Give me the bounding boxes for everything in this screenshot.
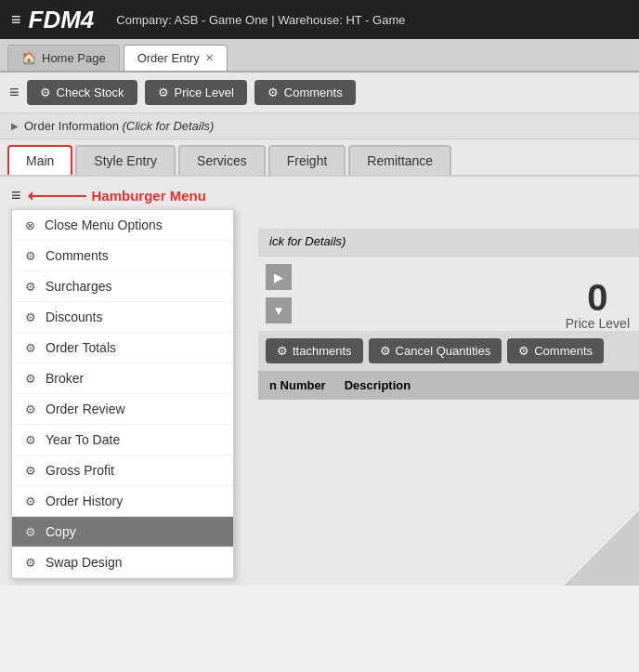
right-comments-button[interactable]: ⚙ Comments [507, 338, 604, 363]
tab-freight[interactable]: Freight [268, 145, 346, 175]
col-number-header: n Number [269, 378, 326, 392]
tab-remittance[interactable]: Remittance [348, 145, 451, 175]
menu-item-order-history-label: Order History [46, 494, 123, 508]
menu-item-swap-design[interactable]: ⚙ Swap Design [12, 547, 233, 578]
price-level-button[interactable]: ⚙ Price Level [145, 80, 247, 105]
menu-item-surcharges-label: Surcharges [46, 279, 112, 294]
tab-homepage-label: Home Page [42, 51, 106, 65]
arrow-line [31, 195, 86, 197]
comments-button[interactable]: ⚙ Comments [254, 80, 356, 105]
order-history-menu-gear-icon: ⚙ [25, 494, 36, 508]
menu-item-discounts[interactable]: ⚙ Discounts [12, 302, 233, 333]
tab-services[interactable]: Services [178, 145, 266, 175]
close-menu-icon: ⊗ [25, 218, 35, 232]
menu-item-copy-label: Copy [46, 524, 76, 539]
tab-style-entry-label: Style Entry [94, 153, 157, 168]
menu-item-comments-label: Comments [46, 248, 109, 263]
content-area: ≡ Hamburger Menu ⊗ Close Menu Options ⚙ … [0, 177, 639, 586]
action-buttons-bar: ⚙ ttachments ⚙ Cancel Quantities ⚙ Comme… [258, 331, 639, 371]
menu-item-gross-profit-label: Gross Profit [46, 463, 114, 478]
menu-item-discounts-label: Discounts [46, 310, 102, 324]
copy-menu-gear-icon: ⚙ [25, 525, 36, 539]
comments-label: Comments [284, 86, 343, 99]
menu-item-comments[interactable]: ⚙ Comments [12, 241, 233, 271]
tab-homepage[interactable]: 🏠 Home Page [7, 45, 120, 71]
menu-item-year-to-date-label: Year To Date [46, 432, 120, 447]
tab-services-label: Services [197, 153, 247, 168]
menu-item-broker[interactable]: ⚙ Broker [12, 363, 233, 394]
menu-item-order-review[interactable]: ⚙ Order Review [12, 394, 233, 425]
hamburger-arrow-annotation: Hamburger Menu [31, 188, 206, 204]
menu-item-order-totals[interactable]: ⚙ Order Totals [12, 333, 233, 363]
surcharges-menu-gear-icon: ⚙ [25, 280, 36, 294]
cancel-quantities-gear-icon: ⚙ [380, 344, 391, 358]
check-stock-button[interactable]: ⚙ Check Stock [27, 80, 137, 105]
hamburger-menu-icon[interactable]: ≡ [11, 186, 21, 205]
toolbar-hamburger-icon[interactable]: ≡ [9, 83, 20, 102]
dropdown-menu: ⊗ Close Menu Options ⚙ Comments ⚙ Surcha… [11, 209, 234, 579]
order-totals-menu-gear-icon: ⚙ [25, 341, 36, 355]
company-info: Company: ASB - Game One | Warehouse: HT … [116, 13, 405, 27]
order-review-menu-gear-icon: ⚙ [25, 402, 36, 416]
price-level-gear-icon: ⚙ [158, 86, 169, 99]
attachments-label: ttachments [293, 344, 352, 358]
tab-main[interactable]: Main [7, 145, 72, 175]
right-panel: 0 Price Level ick for Details) ▶ ▼ ⚙ tta… [258, 177, 639, 400]
scroll-down-button[interactable]: ▼ [266, 297, 292, 323]
check-stock-gear-icon: ⚙ [40, 86, 51, 99]
price-level-area: 0 Price Level [566, 279, 630, 331]
toolbar: ≡ ⚙ Check Stock ⚙ Price Level ⚙ Comments [0, 72, 639, 113]
top-bar: ≡ FDM4 Company: ASB - Game One | Warehou… [0, 0, 639, 39]
scroll-right-button[interactable]: ▶ [266, 264, 292, 290]
swap-design-menu-gear-icon: ⚙ [25, 556, 36, 570]
menu-item-gross-profit[interactable]: ⚙ Gross Profit [12, 455, 233, 486]
cancel-quantities-button[interactable]: ⚙ Cancel Quantities [369, 338, 502, 363]
menu-item-copy[interactable]: ⚙ Copy [12, 517, 233, 547]
check-stock-label: Check Stock [57, 86, 124, 99]
tab-close-icon[interactable]: ✕ [205, 52, 214, 64]
right-panel-order-info[interactable]: ick for Details) [258, 229, 639, 257]
broker-menu-gear-icon: ⚙ [25, 372, 36, 386]
tab-remittance-label: Remittance [367, 153, 433, 168]
col-description-header: Description [345, 378, 411, 392]
menu-item-order-review-label: Order Review [46, 402, 125, 416]
menu-item-broker-label: Broker [46, 371, 84, 386]
menu-item-order-history[interactable]: ⚙ Order History [12, 486, 233, 517]
table-header: n Number Description [258, 371, 639, 400]
order-info-arrow-icon: ▶ [11, 121, 19, 131]
discounts-menu-gear-icon: ⚙ [25, 310, 36, 324]
main-tab-bar: Main Style Entry Services Freight Remitt… [0, 139, 639, 177]
top-hamburger-icon[interactable]: ≡ [11, 10, 21, 30]
attachments-gear-icon: ⚙ [277, 344, 288, 358]
tab-freight-label: Freight [287, 153, 328, 168]
price-level-label: Price Level [175, 86, 234, 99]
comments-gear-icon: ⚙ [267, 86, 279, 99]
menu-item-close-label: Close Menu Options [45, 217, 163, 232]
tab-order-entry[interactable]: Order Entry ✕ [124, 45, 228, 71]
price-level-number: 0 [566, 279, 630, 316]
right-panel-order-info-text: ick for Details) [269, 234, 346, 248]
tab-main-label: Main [26, 153, 54, 168]
cancel-quantities-label: Cancel Quantities [396, 344, 491, 358]
corner-decoration [565, 511, 639, 586]
comments-menu-gear-icon: ⚙ [25, 249, 36, 263]
home-icon: 🏠 [21, 51, 36, 65]
menu-item-order-totals-label: Order Totals [46, 340, 116, 355]
right-comments-gear-icon: ⚙ [518, 344, 529, 358]
order-info-bar[interactable]: ▶ Order Information (Click for Details) [0, 113, 639, 139]
menu-item-year-to-date[interactable]: ⚙ Year To Date [12, 425, 233, 455]
order-info-text: Order Information (Click for Details) [24, 119, 214, 133]
attachments-button[interactable]: ⚙ ttachments [266, 338, 363, 363]
year-to-date-menu-gear-icon: ⚙ [25, 433, 36, 447]
hamburger-annotation-text: Hamburger Menu [92, 188, 206, 204]
price-level-label-text: Price Level [566, 316, 630, 331]
menu-item-surcharges[interactable]: ⚙ Surcharges [12, 271, 233, 302]
right-comments-label: Comments [534, 344, 593, 358]
app-logo: FDM4 [29, 6, 95, 34]
gross-profit-menu-gear-icon: ⚙ [25, 464, 36, 478]
tab-style-entry[interactable]: Style Entry [75, 145, 176, 175]
menu-item-swap-design-label: Swap Design [46, 555, 123, 570]
browser-tab-bar: 🏠 Home Page Order Entry ✕ [0, 39, 639, 72]
tab-order-entry-label: Order Entry [137, 51, 200, 65]
menu-item-close[interactable]: ⊗ Close Menu Options [12, 210, 233, 241]
